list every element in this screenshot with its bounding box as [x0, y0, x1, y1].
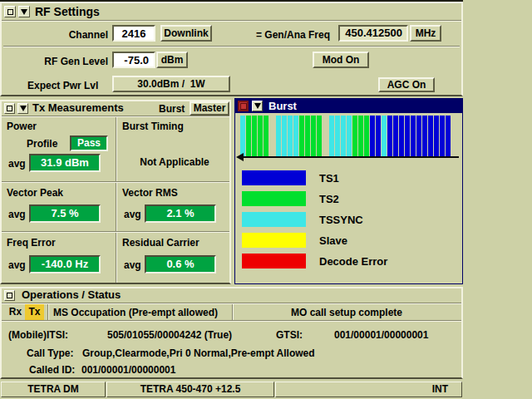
gen-ana-freq-value[interactable]: 450.412500: [338, 25, 408, 42]
tabrow-divider: [2, 320, 461, 322]
power-profile-label: Profile: [27, 138, 57, 150]
vector-rms-avg-label: avg: [124, 209, 141, 220]
chevron-down-icon: [21, 9, 27, 15]
channel-input[interactable]: [112, 25, 155, 42]
gtsi-label: GTSI:: [276, 329, 303, 341]
status-reference: INT: [275, 382, 462, 397]
mod-on-button[interactable]: Mod On: [313, 52, 369, 68]
panel-close-icon[interactable]: [238, 101, 249, 111]
legend-label: Slave: [319, 234, 347, 247]
burst-bar-blue: [376, 116, 381, 157]
burst-bar-blue: [387, 116, 392, 157]
burst-mode-label: Burst: [159, 103, 185, 115]
called-id-label: Called ID:: [29, 364, 75, 376]
instrument-screen: RF Settings Channel Downlink = Gen/Ana F…: [0, 0, 532, 399]
gen-level-unit-button[interactable]: dBm: [156, 52, 188, 68]
burst-bar-gap: [323, 116, 329, 157]
burst-bar-blue: [399, 116, 404, 157]
burst-bar-cyan: [276, 116, 281, 157]
rf-gen-level-input[interactable]: [112, 52, 155, 68]
legend-item-tssync: TSSYNC: [242, 212, 387, 227]
burst-bar-cyan: [282, 116, 287, 157]
legend-swatch-blue: [242, 170, 306, 185]
burst-bar-cyan: [347, 116, 352, 157]
expect-pwr-label: Expect Pwr Lvl: [27, 80, 98, 91]
legend-swatch-cyan: [242, 212, 306, 227]
tab-tx[interactable]: Tx: [25, 304, 44, 320]
burst-bar-green: [299, 116, 304, 157]
titlebar-divider: [2, 20, 461, 22]
vector-rms-title: Vector RMS: [122, 187, 178, 199]
burst-bar-blue: [405, 116, 410, 157]
burst-bar-green: [317, 116, 322, 157]
burst-bar-green: [352, 116, 357, 157]
burst-timing-status: Not Applicable: [117, 156, 232, 168]
tab-divider: [47, 304, 49, 320]
agc-on-button[interactable]: AGC On: [378, 77, 435, 92]
expect-pwr-button[interactable]: 30.0dBm / 1W: [112, 76, 230, 92]
downlink-button[interactable]: Downlink: [160, 25, 212, 42]
legend-item-decode-error: Decode Error: [242, 254, 387, 268]
freq-error-title: Freq Error: [7, 237, 56, 249]
panel-menu-icon[interactable]: [18, 6, 30, 17]
burst-bar-green: [252, 116, 257, 157]
rf-settings-panel: RF Settings Channel Downlink = Gen/Ana F…: [0, 2, 463, 96]
power-title: Power: [7, 121, 37, 132]
legend-swatch-yellow: [242, 233, 306, 248]
square-icon: [7, 9, 13, 15]
vector-rms-avg-value: 2.1 %: [145, 204, 216, 223]
burst-bar-green: [258, 116, 263, 157]
tab-rx[interactable]: Rx: [6, 304, 25, 320]
vector-peak-avg-label: avg: [8, 209, 26, 220]
gtsi-value: 001/00001/00000001: [334, 329, 428, 341]
burst-bar-cyan: [293, 116, 298, 157]
chevron-down-icon: [254, 103, 261, 109]
burst-bar-cyan: [288, 116, 293, 157]
legend-swatch-red: [242, 254, 306, 268]
burst-bar-green: [364, 116, 369, 157]
residual-carrier-avg-label: avg: [124, 259, 141, 271]
panel-restore-icon[interactable]: [4, 6, 16, 17]
freq-unit-button[interactable]: MHz: [410, 25, 441, 42]
panel-restore-icon[interactable]: [4, 103, 15, 114]
burst-bar-gap: [269, 116, 276, 157]
grid-divider-row1: [2, 181, 229, 183]
burst-bar-green: [311, 116, 316, 157]
power-avg-label: avg: [8, 158, 26, 170]
square-icon: [7, 106, 12, 111]
legend-label: TS2: [319, 193, 339, 205]
burst-bar-green: [358, 116, 363, 157]
square-icon: [7, 293, 12, 298]
legend-label: Decode Error: [319, 255, 387, 268]
grid-divider-row2: [2, 231, 229, 233]
panel-menu-icon[interactable]: [17, 103, 28, 114]
freq-error-avg-value: -140.0 Hz: [29, 255, 101, 273]
operations-status-panel: Operations / Status Rx Tx MS Occupation …: [0, 287, 463, 379]
residual-carrier-avg-value: 0.6 %: [145, 255, 216, 273]
time-axis-line: [238, 156, 459, 158]
status-band: TETRA 450-470 +12.5: [106, 382, 274, 397]
burst-bar-cyan: [341, 116, 346, 157]
rf-gen-level-label: RF Gen Level: [27, 56, 108, 67]
panel-title: Tx Measurements: [32, 101, 124, 114]
grid-divider-vertical: [116, 117, 117, 283]
status-mode: TETRA DM: [1, 382, 106, 397]
panel-title: Operations / Status: [22, 288, 121, 301]
burst-bar-blue: [393, 116, 398, 157]
freq-error-avg-label: avg: [8, 259, 26, 271]
legend-swatch-green: [242, 191, 306, 206]
panel-restore-icon[interactable]: [4, 290, 15, 301]
burst-bar-green: [246, 116, 251, 157]
panel-menu-icon[interactable]: [252, 101, 263, 111]
rf-row-divider: [3, 46, 460, 47]
burst-bar-blue: [434, 116, 439, 157]
red-square-icon: [240, 103, 247, 110]
residual-carrier-title: Residual Carrier: [122, 237, 200, 249]
burst-bar-blue: [370, 116, 375, 157]
legend-item-ts2: TS2: [242, 191, 387, 206]
legend-item-slave: Slave: [242, 233, 387, 248]
burst-bar-cyan: [329, 116, 334, 157]
burst-master-button[interactable]: Master: [190, 101, 229, 116]
burst-titlebar: Burst: [235, 99, 462, 113]
call-type-value: Group,Clearmode,Pri 0 Normal,Pre-empt Al…: [82, 347, 315, 359]
